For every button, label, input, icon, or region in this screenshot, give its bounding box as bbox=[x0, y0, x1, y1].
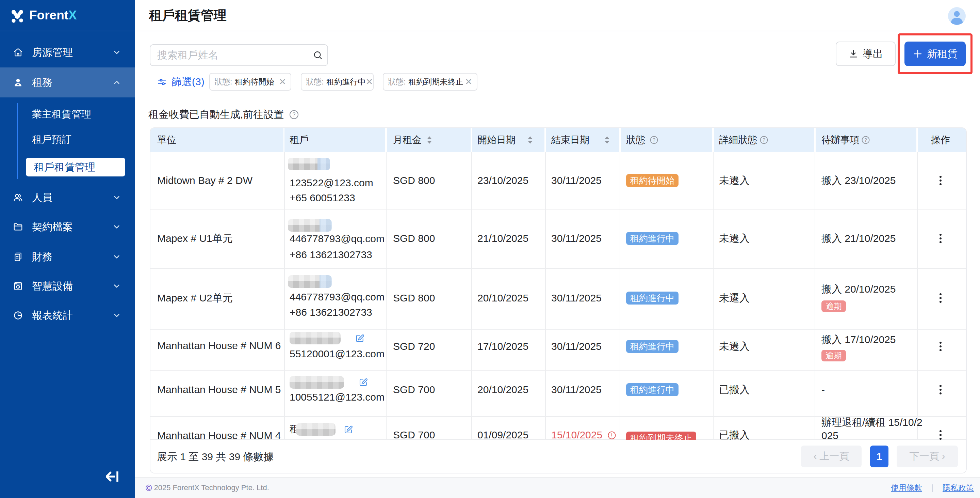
svg-text:?: ? bbox=[293, 112, 296, 118]
svg-text:?: ? bbox=[762, 137, 765, 143]
svg-text:?: ? bbox=[864, 137, 867, 143]
svg-text:?: ? bbox=[653, 137, 655, 143]
